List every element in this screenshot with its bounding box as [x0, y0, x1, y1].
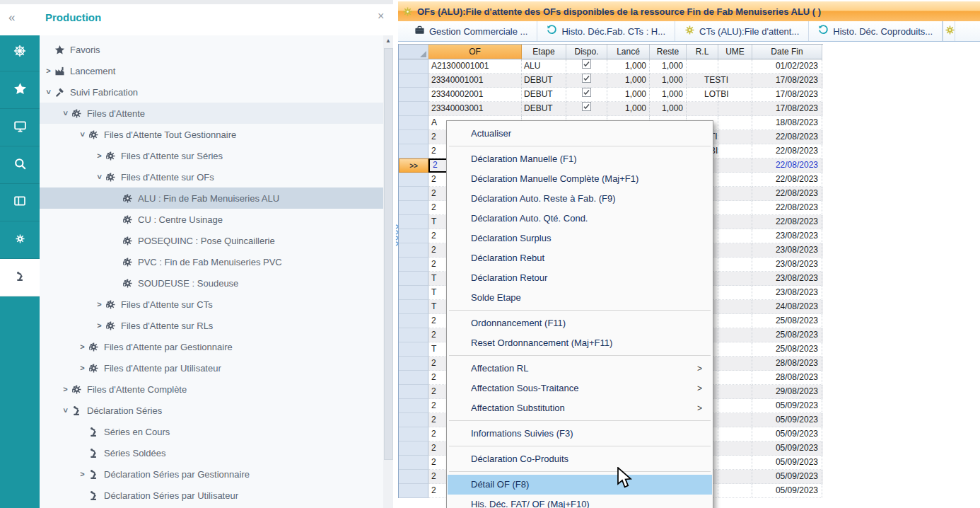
cell-date[interactable]: 22/08/2023 [752, 201, 822, 215]
collapse-panel-button[interactable]: « [8, 11, 15, 25]
sidebar-module-helm[interactable] [0, 34, 40, 71]
cell-ume[interactable] [718, 88, 752, 102]
cell-lance[interactable]: 1,000 [607, 59, 650, 74]
row-selector[interactable] [399, 385, 428, 399]
cell-date[interactable]: 22/08/2023 [752, 187, 822, 201]
cell-lance[interactable]: 1,000 [607, 74, 650, 88]
menu-item-d-claration-surplus[interactable]: Déclaration Surplus [448, 229, 712, 248]
tab-cts-alu-file-d-attent[interactable]: CTs (ALU):File d'attent... [675, 21, 809, 41]
tree-item-files-d-attente-par-gestionnaire[interactable]: >Files d'Attente par Gestionnaire [40, 336, 383, 357]
cell-lance[interactable]: 1,000 [607, 102, 650, 116]
cell-ume[interactable] [718, 201, 752, 215]
column-header-reste[interactable]: Reste [650, 45, 687, 59]
expander-icon[interactable]: > [93, 300, 105, 308]
menu-item-d-claration-rebut[interactable]: Déclaration Rebut [448, 248, 712, 268]
cell-ume[interactable] [718, 328, 752, 342]
expander-icon[interactable]: > [59, 385, 71, 393]
cell-date[interactable]: 28/08/2023 [752, 357, 822, 371]
column-header-lanc[interactable]: Lancé [607, 45, 650, 59]
select-all-corner[interactable] [399, 45, 428, 59]
row-selector[interactable] [399, 88, 428, 102]
row-selector[interactable] [399, 116, 428, 130]
row-selector[interactable] [399, 74, 428, 88]
close-panel-icon[interactable]: × [378, 10, 384, 23]
row-selector[interactable] [399, 357, 428, 371]
menu-item-d-claration-auto-qt-cond[interactable]: Déclaration Auto. Qté. Cond. [448, 209, 712, 229]
menu-item-d-claration-manuelle-compl-te-ma[interactable]: Déclaration Manuelle Complète (Maj+F1) [448, 169, 712, 189]
row-selector[interactable] [399, 229, 428, 243]
column-header-etape[interactable]: Etape [522, 45, 566, 59]
menu-item-actualiser[interactable]: Actualiser [448, 124, 712, 144]
cell-date[interactable]: 17/08/2023 [752, 102, 822, 116]
checkbox-checked-icon[interactable] [582, 74, 591, 87]
scroll-up-icon[interactable] [383, 35, 393, 47]
cell-ume[interactable] [718, 427, 752, 441]
cell-date[interactable]: 05/09/2023 [752, 427, 822, 441]
row-selector[interactable] [399, 413, 428, 427]
expander-icon[interactable]: > [76, 342, 88, 351]
cell-ume[interactable] [718, 102, 752, 116]
cell-date[interactable]: 01/02/2023 [752, 59, 822, 74]
table-row[interactable]: 23340002001DEBUT1,0001,000LOTBI17/08/202… [399, 88, 823, 102]
tree-item-posequinc-pose-quincaillerie[interactable]: POSEQUINC : Pose Quincaillerie [40, 230, 383, 251]
row-selector[interactable] [399, 102, 428, 116]
cell-etape[interactable]: DEBUT [522, 88, 566, 102]
tree-item-files-d-attente-par-utilisateur[interactable]: >Files d'Attente par Utilisateur [40, 357, 383, 379]
cell-date[interactable]: 18/08/2023 [752, 116, 822, 130]
cell-ume[interactable] [718, 229, 752, 243]
column-header-dispo[interactable]: Dispo. [566, 45, 607, 59]
cell-etape[interactable]: DEBUT [522, 102, 566, 116]
menu-item-reset-ordonnancement-maj-f11[interactable]: Reset Ordonnancement (Maj+F11) [448, 333, 712, 353]
row-selector[interactable] [399, 427, 428, 441]
sidebar-module-gear[interactable] [0, 221, 40, 259]
cell-reste[interactable]: 1,000 [650, 59, 687, 74]
cell-ume[interactable] [718, 258, 752, 272]
row-selector[interactable] [399, 441, 428, 456]
expander-icon[interactable]: > [76, 470, 88, 478]
expander-icon[interactable]: > [76, 364, 88, 372]
cell-reste[interactable]: 1,000 [650, 102, 687, 116]
row-selector[interactable] [399, 215, 428, 229]
row-selector[interactable] [399, 300, 428, 314]
cell-date[interactable]: 23/08/2023 [752, 258, 822, 272]
tree-item-files-d-attente[interactable]: >Files d'Attente [40, 103, 383, 124]
tab-histo-d-c-coproduits[interactable]: Histo. Déc. Coproduits... [809, 21, 943, 41]
cell-ume[interactable] [718, 74, 752, 88]
cell-ume[interactable] [718, 399, 752, 413]
cell-rl[interactable] [687, 59, 718, 74]
cell-date[interactable]: 22/08/2023 [752, 173, 822, 187]
cell-date[interactable]: 23/08/2023 [752, 243, 822, 258]
tree-item-d-claration-s-ries[interactable]: >Déclaration Séries [40, 400, 383, 421]
expander-icon[interactable]: > [95, 171, 104, 183]
cell-dispo[interactable] [566, 59, 607, 74]
expander-icon[interactable]: > [62, 108, 70, 120]
cell-etape[interactable]: DEBUT [522, 74, 566, 88]
row-selector[interactable] [399, 130, 428, 144]
expander-icon[interactable]: > [78, 129, 87, 141]
tree-item-files-d-attente-tout-gestionnair[interactable]: >Files d'Attente Tout Gestionnaire [40, 124, 383, 145]
row-selector[interactable] [399, 286, 428, 300]
menu-item-affectation-sous-traitance[interactable]: Affectation Sous-Traitance> [448, 379, 712, 398]
cell-ume[interactable] [718, 243, 752, 258]
row-selector[interactable] [399, 399, 428, 413]
row-selector[interactable] [399, 59, 428, 74]
tree-item-alu-fin-de-fab-menuiseries-alu[interactable]: ALU : Fin de Fab Menuiseries ALU [40, 187, 383, 209]
cell-rl[interactable]: TESTI [687, 74, 718, 88]
menu-item-his-d-c-fat-of-maj-f10[interactable]: His. Déc. FAT/ OF (Maj+F10) [448, 495, 712, 508]
sidebar-module-monitor[interactable] [0, 109, 40, 146]
cell-ume[interactable] [718, 314, 752, 328]
tree-item-files-d-attente-sur-ofs[interactable]: >Files d'Attente sur OFs [40, 166, 383, 187]
cell-ume[interactable] [718, 300, 752, 314]
cell-ume[interactable] [718, 173, 752, 187]
cell-of[interactable]: 23340003001 [428, 102, 522, 116]
menu-item-d-tail-of-f8[interactable]: Détail OF (F8) [448, 475, 712, 495]
tree-item-s-ries-sold-es[interactable]: Séries Soldées [40, 442, 383, 463]
tree-item-d-claration-s-ries-par-gestionna[interactable]: >Déclaration Séries par Gestionnaire [40, 463, 383, 485]
menu-item-d-claration-retour[interactable]: Déclaration Retour [448, 268, 712, 288]
tree-item-favoris[interactable]: Favoris [40, 39, 383, 60]
cell-date[interactable]: 23/08/2023 [752, 272, 822, 286]
cell-ume[interactable] [718, 371, 752, 385]
row-selector[interactable] [399, 201, 428, 215]
menu-item-d-claration-manuelle-f1[interactable]: Déclaration Manuelle (F1) [448, 149, 712, 169]
cell-date[interactable]: 25/08/2023 [752, 314, 822, 328]
